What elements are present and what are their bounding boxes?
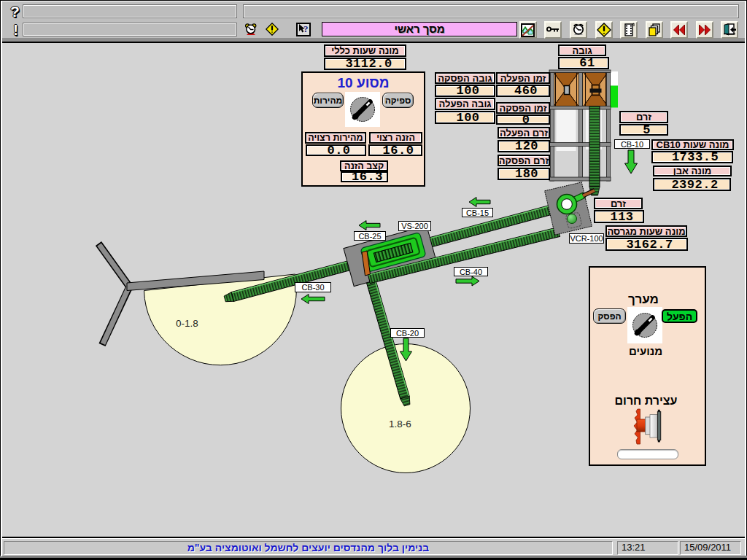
svg-text:?: ? [303, 24, 309, 34]
